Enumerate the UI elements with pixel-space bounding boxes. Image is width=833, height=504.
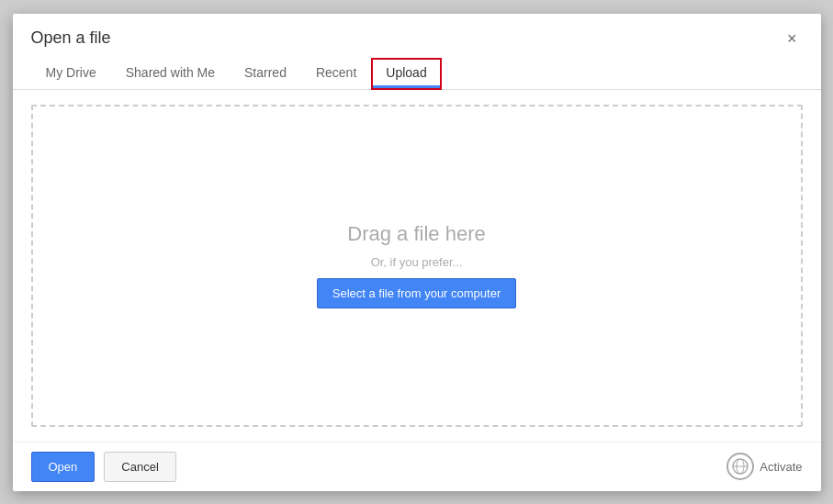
footer-right: Activate (726, 453, 802, 480)
dialog-body: Drag a file here Or, if you prefer... Se… (13, 90, 821, 442)
footer-actions: Open Cancel (31, 452, 176, 482)
dialog-footer: Open Cancel Activate (13, 442, 821, 491)
close-button[interactable]: × (782, 28, 803, 49)
or-text: Or, if you prefer... (371, 255, 463, 269)
drag-text: Drag a file here (347, 222, 485, 246)
open-button[interactable]: Open (31, 452, 96, 482)
activate-icon (726, 453, 754, 480)
cancel-button[interactable]: Cancel (104, 452, 175, 482)
tab-upload[interactable]: Upload (373, 60, 439, 88)
activate-text: Activate (760, 460, 802, 474)
drop-zone[interactable]: Drag a file here Or, if you prefer... Se… (31, 105, 803, 427)
tab-starred[interactable]: Starred (230, 58, 301, 90)
tab-shared-with-me[interactable]: Shared with Me (111, 58, 230, 90)
tabs-bar: My Drive Shared with Me Starred Recent U… (13, 49, 821, 90)
select-file-button[interactable]: Select a file from your computer (317, 278, 517, 308)
open-file-dialog: Open a file × My Drive Shared with Me St… (13, 14, 821, 491)
dialog-header: Open a file × (13, 14, 821, 49)
tab-upload-wrapper: Upload (371, 58, 441, 90)
dialog-title: Open a file (31, 28, 111, 48)
tab-recent[interactable]: Recent (301, 58, 371, 90)
tab-my-drive[interactable]: My Drive (31, 58, 111, 90)
